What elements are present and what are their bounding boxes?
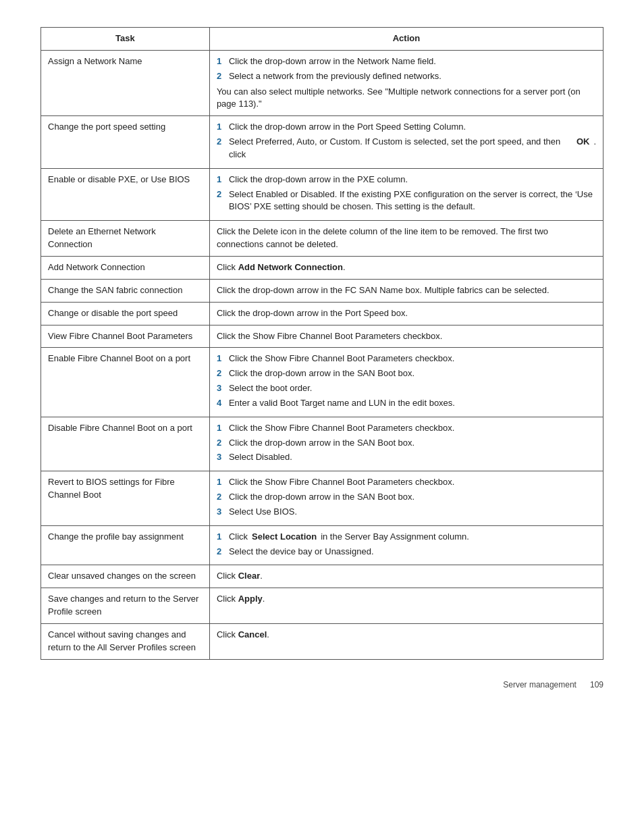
action-cell: Click the drop-down arrow in the FC SAN …	[209, 279, 603, 302]
task-cell: Change the SAN fabric connection	[41, 279, 210, 302]
action-cell: Click the Delete icon in the delete colu…	[209, 221, 603, 257]
task-cell: Change or disable the port speed	[41, 302, 210, 325]
task-cell: Delete an Ethernet Network Connection	[41, 221, 210, 257]
task-action-table: Task Action Assign a Network Name1Click …	[41, 27, 603, 660]
list-item: 2Select the device bay or Unassigned.	[217, 546, 596, 558]
list-item: 2Click the drop-down arrow in the SAN Bo…	[217, 367, 596, 380]
table-row: Cancel without saving changes and return…	[41, 624, 603, 660]
col-header-action: Action	[209, 28, 603, 51]
action-cell: Click Cancel.	[209, 624, 603, 660]
footer-page: 109	[590, 680, 603, 689]
action-cell: 1Click the drop-down arrow in the PXE co…	[209, 168, 603, 221]
task-cell: Disable Fibre Channel Boot on a port	[41, 417, 210, 471]
action-cell: Click Apply.	[209, 588, 603, 624]
action-cell: 1Click the drop-down arrow in the Port S…	[209, 116, 603, 169]
table-row: Disable Fibre Channel Boot on a port1Cli…	[41, 417, 603, 471]
list-item: 1Click the Show Fibre Channel Boot Param…	[217, 353, 596, 365]
table-row: Add Network ConnectionClick Add Network …	[41, 256, 603, 279]
list-item: 2Click the drop-down arrow in the SAN Bo…	[217, 491, 596, 504]
task-cell: Change the profile bay assignment	[41, 525, 210, 565]
task-cell: Assign a Network Name	[41, 50, 210, 115]
table-row: Enable or disable PXE, or Use BIOS1Click…	[41, 168, 603, 221]
table-row: Change the SAN fabric connectionClick th…	[41, 279, 603, 302]
col-header-task: Task	[41, 28, 210, 51]
task-cell: Cancel without saving changes and return…	[41, 624, 210, 660]
list-item: 2Click the drop-down arrow in the SAN Bo…	[217, 437, 596, 450]
task-cell: Enable or disable PXE, or Use BIOS	[41, 168, 210, 221]
task-cell: Save changes and return to the Server Pr…	[41, 588, 210, 624]
table-row: Delete an Ethernet Network ConnectionCli…	[41, 221, 603, 257]
action-cell: Click Clear.	[209, 565, 603, 588]
list-item: 1Click the Show Fibre Channel Boot Param…	[217, 422, 596, 435]
list-item: 2Select a network from the previously de…	[217, 70, 596, 83]
list-item: 1Click the drop-down arrow in the Networ…	[217, 55, 596, 68]
list-item: 1Click the drop-down arrow in the PXE co…	[217, 174, 596, 186]
table-row: View Fibre Channel Boot ParametersClick …	[41, 325, 603, 348]
action-cell: 1Click the Show Fibre Channel Boot Param…	[209, 417, 603, 471]
list-item: 3Select the boot order.	[217, 382, 596, 395]
task-cell: Enable Fibre Channel Boot on a port	[41, 348, 210, 417]
action-cell: Click the Show Fibre Channel Boot Parame…	[209, 325, 603, 348]
table-row: Clear unsaved changes on the screenClick…	[41, 565, 603, 588]
page-wrapper: Task Action Assign a Network Name1Click …	[41, 27, 603, 689]
table-row: Assign a Network Name1Click the drop-dow…	[41, 50, 603, 115]
list-item: 3Select Disabled.	[217, 451, 596, 464]
list-item: 4Enter a valid Boot Target name and LUN …	[217, 397, 596, 410]
list-item: 3Select Use BIOS.	[217, 506, 596, 519]
action-cell: Click Add Network Connection.	[209, 256, 603, 279]
list-item: 1Click Select Location in the Server Bay…	[217, 531, 596, 544]
list-item: 2Select Enabled or Disabled. If the exis…	[217, 188, 596, 214]
action-cell: 1Click the Show Fibre Channel Boot Param…	[209, 348, 603, 417]
task-cell: Revert to BIOS settings for Fibre Channe…	[41, 471, 210, 526]
table-row: Change the profile bay assignment1Click …	[41, 525, 603, 565]
list-item: 1Click the Show Fibre Channel Boot Param…	[217, 476, 596, 489]
task-cell: Change the port speed setting	[41, 116, 210, 169]
list-item: 2Select Preferred, Auto, or Custom. If C…	[217, 136, 596, 161]
task-cell: Add Network Connection	[41, 256, 210, 279]
table-row: Enable Fibre Channel Boot on a port1Clic…	[41, 348, 603, 417]
page-footer: Server management 109	[41, 680, 603, 689]
table-row: Change the port speed setting1Click the …	[41, 116, 603, 169]
table-row: Save changes and return to the Server Pr…	[41, 588, 603, 624]
action-cell: 1Click Select Location in the Server Bay…	[209, 525, 603, 565]
task-cell: Clear unsaved changes on the screen	[41, 565, 210, 588]
action-cell: 1Click the Show Fibre Channel Boot Param…	[209, 471, 603, 526]
footer-section: Server management	[503, 680, 576, 689]
action-cell: Click the drop-down arrow in the Port Sp…	[209, 302, 603, 325]
table-row: Change or disable the port speedClick th…	[41, 302, 603, 325]
table-row: Revert to BIOS settings for Fibre Channe…	[41, 471, 603, 526]
task-cell: View Fibre Channel Boot Parameters	[41, 325, 210, 348]
list-item: 1Click the drop-down arrow in the Port S…	[217, 121, 596, 134]
action-cell: 1Click the drop-down arrow in the Networ…	[209, 50, 603, 115]
